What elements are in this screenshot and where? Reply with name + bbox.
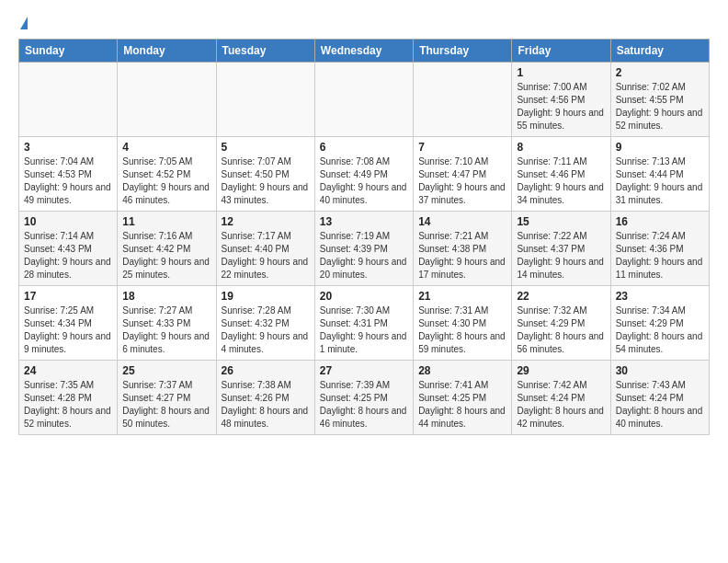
day-number: 27 <box>320 364 408 377</box>
calendar-cell: 17Sunrise: 7:25 AM Sunset: 4:34 PM Dayli… <box>19 286 118 361</box>
calendar-cell <box>118 63 216 137</box>
calendar-cell: 1Sunrise: 7:00 AM Sunset: 4:56 PM Daylig… <box>512 63 610 137</box>
day-number: 17 <box>24 290 112 303</box>
calendar-week-row: 1Sunrise: 7:00 AM Sunset: 4:56 PM Daylig… <box>19 63 710 137</box>
day-number: 22 <box>517 290 605 303</box>
calendar-week-row: 24Sunrise: 7:35 AM Sunset: 4:28 PM Dayli… <box>19 361 710 435</box>
weekday-header: Sunday <box>19 40 118 63</box>
day-number: 6 <box>320 141 408 154</box>
calendar-cell: 25Sunrise: 7:37 AM Sunset: 4:27 PM Dayli… <box>118 361 216 435</box>
day-info: Sunrise: 7:31 AM Sunset: 4:30 PM Dayligh… <box>418 304 506 356</box>
day-info: Sunrise: 7:38 AM Sunset: 4:26 PM Dayligh… <box>222 379 310 431</box>
day-number: 3 <box>24 141 112 154</box>
day-info: Sunrise: 7:17 AM Sunset: 4:40 PM Dayligh… <box>222 230 310 282</box>
day-number: 11 <box>122 215 210 228</box>
calendar-cell: 8Sunrise: 7:11 AM Sunset: 4:46 PM Daylig… <box>512 137 610 212</box>
calendar-cell: 19Sunrise: 7:28 AM Sunset: 4:32 PM Dayli… <box>216 286 314 361</box>
calendar-cell: 26Sunrise: 7:38 AM Sunset: 4:26 PM Dayli… <box>216 361 314 435</box>
day-number: 13 <box>320 215 408 228</box>
day-number: 7 <box>418 141 506 154</box>
day-number: 29 <box>517 364 605 377</box>
day-number: 20 <box>320 290 408 303</box>
calendar-cell: 22Sunrise: 7:32 AM Sunset: 4:29 PM Dayli… <box>512 286 610 361</box>
day-info: Sunrise: 7:34 AM Sunset: 4:29 PM Dayligh… <box>616 304 704 356</box>
calendar-cell: 2Sunrise: 7:02 AM Sunset: 4:55 PM Daylig… <box>610 63 709 137</box>
day-info: Sunrise: 7:00 AM Sunset: 4:56 PM Dayligh… <box>517 81 605 132</box>
day-number: 18 <box>122 290 210 303</box>
calendar-week-row: 10Sunrise: 7:14 AM Sunset: 4:43 PM Dayli… <box>19 212 710 286</box>
day-number: 1 <box>517 66 605 79</box>
day-number: 23 <box>616 290 704 303</box>
day-info: Sunrise: 7:11 AM Sunset: 4:46 PM Dayligh… <box>517 155 605 207</box>
logo <box>18 18 28 29</box>
calendar-header-row: SundayMondayTuesdayWednesdayThursdayFrid… <box>19 40 710 63</box>
day-info: Sunrise: 7:02 AM Sunset: 4:55 PM Dayligh… <box>616 81 704 132</box>
day-number: 12 <box>222 215 310 228</box>
day-info: Sunrise: 7:27 AM Sunset: 4:33 PM Dayligh… <box>122 304 210 356</box>
calendar-cell: 4Sunrise: 7:05 AM Sunset: 4:52 PM Daylig… <box>118 137 216 212</box>
day-number: 8 <box>517 141 605 154</box>
calendar-cell: 7Sunrise: 7:10 AM Sunset: 4:47 PM Daylig… <box>414 137 512 212</box>
day-number: 25 <box>122 364 210 377</box>
day-info: Sunrise: 7:30 AM Sunset: 4:31 PM Dayligh… <box>320 304 408 356</box>
calendar-cell: 20Sunrise: 7:30 AM Sunset: 4:31 PM Dayli… <box>314 286 413 361</box>
day-info: Sunrise: 7:43 AM Sunset: 4:24 PM Dayligh… <box>616 379 704 431</box>
calendar-cell: 12Sunrise: 7:17 AM Sunset: 4:40 PM Dayli… <box>216 212 314 286</box>
calendar-cell <box>414 63 512 137</box>
calendar-cell: 30Sunrise: 7:43 AM Sunset: 4:24 PM Dayli… <box>610 361 709 435</box>
calendar-cell: 14Sunrise: 7:21 AM Sunset: 4:38 PM Dayli… <box>414 212 512 286</box>
day-info: Sunrise: 7:25 AM Sunset: 4:34 PM Dayligh… <box>24 304 112 356</box>
weekday-header: Monday <box>118 40 216 63</box>
day-info: Sunrise: 7:35 AM Sunset: 4:28 PM Dayligh… <box>24 379 112 431</box>
weekday-header: Saturday <box>610 40 709 63</box>
calendar-cell <box>314 63 413 137</box>
day-number: 19 <box>222 290 310 303</box>
day-number: 9 <box>616 141 704 154</box>
calendar-cell: 29Sunrise: 7:42 AM Sunset: 4:24 PM Dayli… <box>512 361 610 435</box>
calendar-cell: 23Sunrise: 7:34 AM Sunset: 4:29 PM Dayli… <box>610 286 709 361</box>
day-number: 24 <box>24 364 112 377</box>
day-info: Sunrise: 7:14 AM Sunset: 4:43 PM Dayligh… <box>24 230 112 282</box>
calendar-cell: 11Sunrise: 7:16 AM Sunset: 4:42 PM Dayli… <box>118 212 216 286</box>
calendar-cell: 3Sunrise: 7:04 AM Sunset: 4:53 PM Daylig… <box>19 137 118 212</box>
day-info: Sunrise: 7:22 AM Sunset: 4:37 PM Dayligh… <box>517 230 605 282</box>
day-number: 16 <box>616 215 704 228</box>
calendar-cell: 28Sunrise: 7:41 AM Sunset: 4:25 PM Dayli… <box>414 361 512 435</box>
day-info: Sunrise: 7:05 AM Sunset: 4:52 PM Dayligh… <box>122 155 210 207</box>
day-info: Sunrise: 7:19 AM Sunset: 4:39 PM Dayligh… <box>320 230 408 282</box>
day-info: Sunrise: 7:39 AM Sunset: 4:25 PM Dayligh… <box>320 379 408 431</box>
calendar-cell <box>19 63 118 137</box>
day-info: Sunrise: 7:41 AM Sunset: 4:25 PM Dayligh… <box>418 379 506 431</box>
weekday-header: Tuesday <box>216 40 314 63</box>
calendar-cell: 9Sunrise: 7:13 AM Sunset: 4:44 PM Daylig… <box>610 137 709 212</box>
day-info: Sunrise: 7:10 AM Sunset: 4:47 PM Dayligh… <box>418 155 506 207</box>
weekday-header: Wednesday <box>314 40 413 63</box>
calendar-cell: 10Sunrise: 7:14 AM Sunset: 4:43 PM Dayli… <box>19 212 118 286</box>
day-number: 21 <box>418 290 506 303</box>
day-info: Sunrise: 7:28 AM Sunset: 4:32 PM Dayligh… <box>222 304 310 356</box>
calendar-cell: 6Sunrise: 7:08 AM Sunset: 4:49 PM Daylig… <box>314 137 413 212</box>
day-number: 2 <box>616 66 704 79</box>
day-number: 15 <box>517 215 605 228</box>
day-info: Sunrise: 7:21 AM Sunset: 4:38 PM Dayligh… <box>418 230 506 282</box>
calendar-cell: 18Sunrise: 7:27 AM Sunset: 4:33 PM Dayli… <box>118 286 216 361</box>
day-info: Sunrise: 7:32 AM Sunset: 4:29 PM Dayligh… <box>517 304 605 356</box>
calendar-cell: 21Sunrise: 7:31 AM Sunset: 4:30 PM Dayli… <box>414 286 512 361</box>
weekday-header: Thursday <box>414 40 512 63</box>
day-info: Sunrise: 7:07 AM Sunset: 4:50 PM Dayligh… <box>222 155 310 207</box>
day-info: Sunrise: 7:13 AM Sunset: 4:44 PM Dayligh… <box>616 155 704 207</box>
calendar-cell: 27Sunrise: 7:39 AM Sunset: 4:25 PM Dayli… <box>314 361 413 435</box>
day-number: 30 <box>616 364 704 377</box>
day-info: Sunrise: 7:08 AM Sunset: 4:49 PM Dayligh… <box>320 155 408 207</box>
day-info: Sunrise: 7:42 AM Sunset: 4:24 PM Dayligh… <box>517 379 605 431</box>
calendar-table: SundayMondayTuesdayWednesdayThursdayFrid… <box>18 39 710 435</box>
page: SundayMondayTuesdayWednesdayThursdayFrid… <box>0 0 728 444</box>
calendar-cell <box>216 63 314 137</box>
logo-triangle-icon <box>20 17 28 29</box>
day-info: Sunrise: 7:16 AM Sunset: 4:42 PM Dayligh… <box>122 230 210 282</box>
weekday-header: Friday <box>512 40 610 63</box>
calendar-cell: 24Sunrise: 7:35 AM Sunset: 4:28 PM Dayli… <box>19 361 118 435</box>
day-number: 26 <box>222 364 310 377</box>
calendar-cell: 5Sunrise: 7:07 AM Sunset: 4:50 PM Daylig… <box>216 137 314 212</box>
day-number: 10 <box>24 215 112 228</box>
